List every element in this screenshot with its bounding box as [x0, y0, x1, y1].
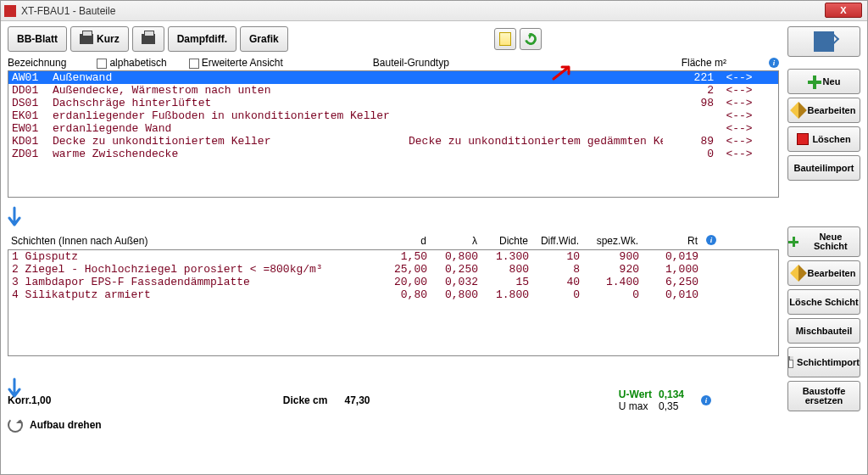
window-title: XT-FBAU1 - Bauteile [21, 5, 115, 17]
door-icon [814, 31, 834, 52]
neue-schicht-button[interactable]: Neue Schicht [787, 226, 860, 257]
table-row[interactable]: 2 Ziegel - Hochlochziegel porosiert < =8… [8, 263, 778, 276]
loesche-schicht-button[interactable]: Lösche Schicht [787, 289, 860, 315]
umax-label: U max [619, 400, 652, 412]
grafik-label: Grafik [249, 33, 279, 45]
check-alpha[interactable]: alphabetisch [97, 57, 166, 69]
printer-icon [80, 34, 93, 44]
move-down-button-2[interactable] [8, 377, 21, 400]
col-d: d [376, 235, 426, 248]
layer-list[interactable]: 1 Gipsputz1,500,8001.300109000,0192 Zieg… [8, 249, 779, 356]
table-row[interactable]: EK01erdanliegender Fußboden in unkonditi… [8, 109, 778, 122]
app-icon [4, 5, 16, 17]
bb-blatt-button[interactable]: BB-Blatt [8, 26, 67, 52]
loeschen-button[interactable]: Löschen [787, 126, 860, 152]
uwert-label: U-Wert [619, 388, 652, 400]
table-row[interactable]: DD01Außendecke, Wärmestrom nach unten2<-… [8, 84, 778, 97]
layers-header-row: Schichten (Innen nach Außen) d λ Dichte … [8, 235, 779, 248]
plus-icon [808, 75, 820, 87]
dampfdiff-button[interactable]: Dampfdiff. [168, 26, 236, 52]
refresh-button[interactable] [520, 28, 542, 50]
checkbox-icon [97, 59, 107, 69]
grafik-button[interactable]: Grafik [240, 26, 288, 52]
bauteilimport-button[interactable]: Bauteilimport [787, 155, 860, 181]
print-kurz-button[interactable]: Kurz [70, 26, 129, 52]
uwert-value: 0,134 [659, 388, 684, 400]
check-erw[interactable]: Erweiterte Ansicht [189, 57, 283, 69]
schichtimport-button[interactable]: Schichtimport [787, 347, 860, 377]
note-button[interactable] [494, 28, 516, 50]
note-icon [499, 32, 511, 46]
exit-button[interactable] [787, 26, 860, 57]
delete-icon [797, 133, 809, 145]
col-diffwid: Diff.Wid. [528, 235, 579, 248]
sheet-icon [788, 356, 793, 368]
bb-label: BB-Blatt [17, 33, 58, 45]
print-button[interactable] [132, 26, 164, 52]
component-list[interactable]: AW01Außenwand221<-->DD01Außendecke, Wärm… [8, 70, 779, 198]
pencil-icon [790, 102, 807, 119]
layers-title: Schichten (Innen nach Außen) [11, 235, 376, 248]
table-row[interactable]: EW01erdanliegende Wand<--> [8, 122, 778, 135]
info-icon[interactable]: i [706, 235, 716, 245]
dicke-label: Dicke cm [283, 394, 328, 406]
rotate-row[interactable]: Aufbau drehen [8, 417, 779, 433]
table-row[interactable]: DS01Dachschräge hinterlüftet98<--> [8, 97, 778, 109]
mischbauteil-button[interactable]: Mischbauteil [787, 318, 860, 344]
move-down-button[interactable] [8, 206, 21, 228]
close-button[interactable]: X [825, 3, 862, 18]
table-row[interactable]: KD01Decke zu unkonditioniertem KellerDec… [8, 135, 778, 148]
col-rt: Rt [638, 235, 698, 248]
bearbeiten-button[interactable]: Bearbeiten [787, 98, 860, 123]
printer-icon [142, 34, 155, 44]
summary-row: Korr.1,00 Dicke cm 47,30 U-Wert 0,134 U … [8, 388, 779, 412]
bearbeiten-schicht-button[interactable]: Bearbeiten [787, 260, 860, 286]
pencil-icon [790, 265, 807, 282]
table-row[interactable]: 3 lambdapor EPS-F Fassadendämmplatte20,0… [8, 276, 778, 288]
neu-button[interactable]: Neu [787, 69, 860, 94]
plus-icon [788, 237, 798, 247]
filter-row: Bezeichnung alphabetisch Erweiterte Ansi… [8, 57, 779, 69]
col-spezwk: spez.Wk. [579, 235, 638, 248]
refresh-icon [522, 31, 538, 47]
label-flaeche: Fläche m² [682, 57, 726, 69]
sidebar: Neu Bearbeiten Löschen Bauteilimport Neu… [787, 26, 860, 469]
umax-value: 0,35 [659, 400, 684, 412]
table-row[interactable]: ZD01warme Zwischendecke0<--> [8, 148, 778, 160]
dampf-label: Dampfdiff. [177, 33, 227, 45]
table-row[interactable]: 1 Gipsputz1,500,8001.300109000,019 [8, 250, 778, 263]
label-bezeichnung: Bezeichnung [8, 57, 66, 69]
info-icon[interactable]: i [769, 58, 779, 68]
table-row[interactable]: AW01Außenwand221<--> [8, 71, 778, 84]
label-grundtyp: Bauteil-Grundtyp [373, 57, 449, 69]
col-lambda: λ [426, 235, 477, 248]
table-row[interactable]: 4 Silikatputz armiert0,800,8001.800000,0… [8, 288, 778, 301]
info-icon[interactable]: i [701, 395, 711, 405]
toolbar: BB-Blatt Kurz Dampfdiff. Grafik [8, 26, 779, 52]
rotate-label: Aufbau drehen [30, 419, 102, 431]
titlebar: XT-FBAU1 - Bauteile X [1, 1, 867, 21]
dicke-value: 47,30 [344, 394, 387, 406]
rotate-icon [8, 417, 23, 433]
col-dichte: Dichte [477, 235, 528, 248]
kurz-label: Kurz [97, 33, 120, 45]
checkbox-icon [189, 59, 199, 69]
baustoffe-button[interactable]: Baustoffe ersetzen [787, 381, 860, 411]
